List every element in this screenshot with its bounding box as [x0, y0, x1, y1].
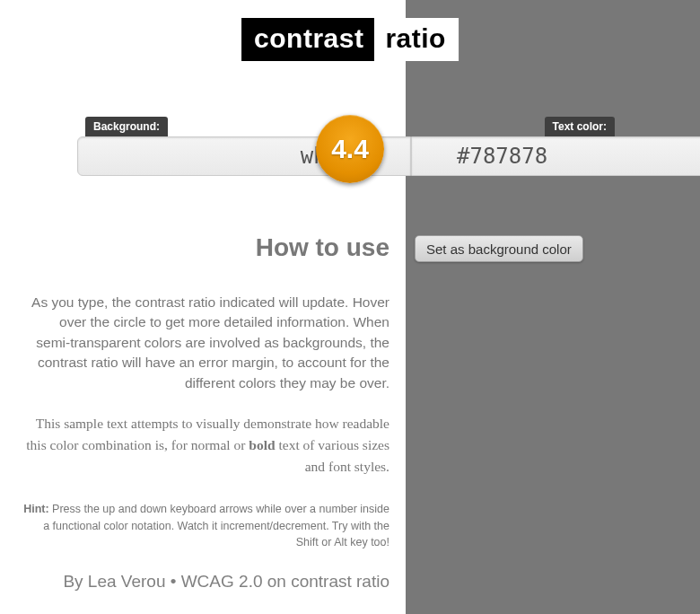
foreground-panel	[406, 0, 700, 614]
sample-post: text of various sizes and font styles.	[276, 437, 389, 474]
hint-label: Hint:	[23, 503, 48, 515]
set-as-background-button[interactable]: Set as background color	[415, 235, 583, 262]
sample-text: This sample text attempts to visually de…	[22, 413, 389, 478]
app-title: contrast ratio	[241, 18, 459, 61]
textcolor-label: Text color:	[545, 117, 615, 136]
hint-text: Hint: Press the up and down keyboard arr…	[22, 501, 389, 549]
sample-bold: bold	[249, 437, 275, 452]
contrast-ratio-value: 4.4	[331, 134, 369, 164]
howto-section: How to use As you type, the contrast rat…	[22, 233, 389, 592]
howto-description: As you type, the contrast ratio indicate…	[22, 293, 389, 393]
credits-line: By Lea Verou • WCAG 2.0 on contrast rati…	[22, 572, 389, 592]
title-word-ratio: ratio	[374, 18, 459, 61]
app-root: contrast ratio Background: Text color: 4…	[0, 0, 700, 614]
hint-body: Press the up and down keyboard arrows wh…	[43, 503, 389, 548]
foreground-input[interactable]	[411, 136, 700, 176]
howto-heading: How to use	[22, 233, 389, 262]
title-word-contrast: contrast	[241, 18, 374, 61]
contrast-ratio-circle[interactable]: 4.4	[316, 115, 384, 183]
background-label: Background:	[85, 117, 168, 136]
